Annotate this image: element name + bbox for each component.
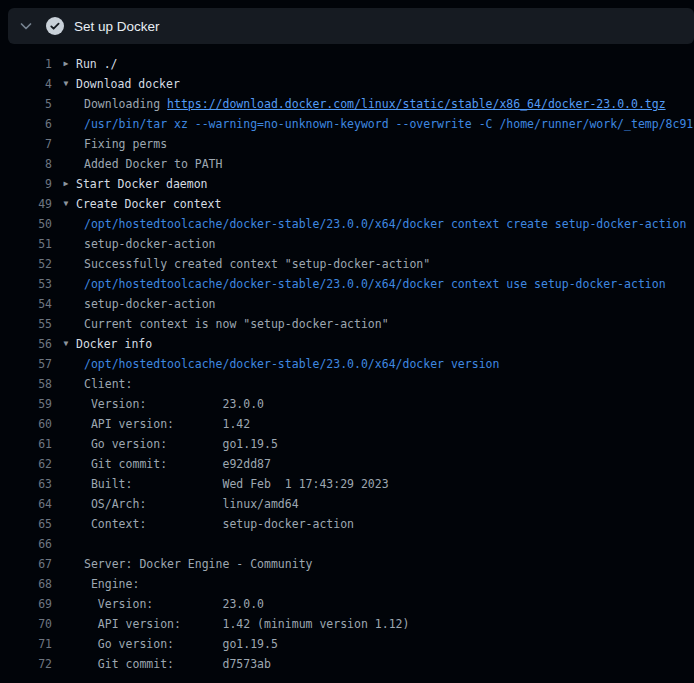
line-number[interactable]: 8: [0, 154, 52, 174]
chevron-down-icon[interactable]: [14, 14, 38, 38]
log-text: Server: Docker Engine - Community: [61, 554, 694, 574]
log-segment: Version: 23.0.0: [84, 394, 264, 414]
line-number[interactable]: 68: [0, 574, 52, 594]
log-line: 70 API version: 1.42 (minimum version 1.…: [0, 614, 694, 634]
log-line: 1▶Run ./: [0, 54, 694, 74]
line-number[interactable]: 72: [0, 654, 52, 674]
log-text: Git commit: d7573ab: [61, 654, 694, 674]
line-number[interactable]: 53: [0, 274, 52, 294]
log-command: /opt/hostedtoolcache/docker-stable/23.0.…: [84, 274, 666, 294]
log-segment: Engine:: [84, 574, 139, 594]
line-number[interactable]: 69: [0, 594, 52, 614]
log-line: 8Added Docker to PATH: [0, 154, 694, 174]
log-line: 63 Built: Wed Feb 1 17:43:29 2023: [0, 474, 694, 494]
log-command: /usr/bin/tar xz --warning=no-unknown-key…: [84, 114, 693, 134]
log-segment: Downloading: [84, 94, 167, 114]
group-header[interactable]: ▼Docker info: [61, 334, 694, 354]
log-text: /usr/bin/tar xz --warning=no-unknown-key…: [61, 114, 694, 134]
log-text: Current context is now "setup-docker-act…: [61, 314, 694, 334]
line-number[interactable]: 7: [0, 134, 52, 154]
line-number[interactable]: 55: [0, 314, 52, 334]
line-number[interactable]: 61: [0, 434, 52, 454]
step-title: Set up Docker: [74, 19, 160, 34]
log-link[interactable]: https://download.docker.com/linux/static…: [167, 94, 666, 114]
line-number[interactable]: 49: [0, 194, 52, 214]
collapse-triangle-icon[interactable]: ▼: [61, 74, 71, 94]
log-line: 72 Git commit: d7573ab: [0, 654, 694, 674]
log-line: 68 Engine:: [0, 574, 694, 594]
line-number[interactable]: 70: [0, 614, 52, 634]
expand-triangle-icon[interactable]: ▶: [61, 54, 71, 74]
log-segment: Version: 23.0.0: [84, 594, 264, 614]
log-segment: Go version: go1.19.5: [84, 634, 278, 654]
log-text: [61, 534, 694, 554]
log-line: 5Downloading https://download.docker.com…: [0, 94, 694, 114]
log-text: Successfully created context "setup-dock…: [61, 254, 694, 274]
log-segment: Built: Wed Feb 1 17:43:29 2023: [84, 474, 389, 494]
log-segment: Added Docker to PATH: [84, 154, 222, 174]
log-line: 51setup-docker-action: [0, 234, 694, 254]
log-line: 69 Version: 23.0.0: [0, 594, 694, 614]
line-number[interactable]: 52: [0, 254, 52, 274]
line-number[interactable]: 65: [0, 514, 52, 534]
log-text: Version: 23.0.0: [61, 394, 694, 414]
line-number[interactable]: 4: [0, 74, 52, 94]
line-number[interactable]: 9: [0, 174, 52, 194]
log-segment: API version: 1.42 (minimum version 1.12): [84, 614, 409, 634]
line-number[interactable]: 71: [0, 634, 52, 654]
log-line: 55Current context is now "setup-docker-a…: [0, 314, 694, 334]
line-number[interactable]: 57: [0, 354, 52, 374]
group-title: Download docker: [76, 74, 180, 94]
line-number[interactable]: 64: [0, 494, 52, 514]
step-header[interactable]: Set up Docker: [8, 8, 694, 44]
log-line: 4▼Download docker: [0, 74, 694, 94]
log-line: 58Client:: [0, 374, 694, 394]
collapse-triangle-icon[interactable]: ▼: [61, 334, 71, 354]
log-segment: Context: setup-docker-action: [84, 514, 354, 534]
line-number[interactable]: 54: [0, 294, 52, 314]
line-number[interactable]: 67: [0, 554, 52, 574]
log-text: Added Docker to PATH: [61, 154, 694, 174]
line-number[interactable]: 59: [0, 394, 52, 414]
log-lines: 1▶Run ./4▼Download docker5Downloading ht…: [0, 44, 694, 683]
line-number[interactable]: 56: [0, 334, 52, 354]
log-segment: Client:: [84, 374, 132, 394]
log-segment: Git commit: d7573ab: [84, 654, 271, 674]
line-number[interactable]: 58: [0, 374, 52, 394]
log-segment: Go version: go1.19.5: [84, 434, 278, 454]
line-number[interactable]: 62: [0, 454, 52, 474]
log-line: 54setup-docker-action: [0, 294, 694, 314]
line-number[interactable]: 5: [0, 94, 52, 114]
log-line: 60 API version: 1.42: [0, 414, 694, 434]
log-text: OS/Arch: linux/amd64: [61, 494, 694, 514]
log-text: Fixing perms: [61, 134, 694, 154]
log-text: Go version: go1.19.5: [61, 434, 694, 454]
group-header[interactable]: ▶Run ./: [61, 54, 694, 74]
expand-triangle-icon[interactable]: ▶: [61, 174, 71, 194]
line-number[interactable]: 6: [0, 114, 52, 134]
log-line: 71 Go version: go1.19.5: [0, 634, 694, 654]
collapse-triangle-icon[interactable]: ▼: [61, 194, 71, 214]
log-command: /opt/hostedtoolcache/docker-stable/23.0.…: [84, 354, 499, 374]
group-header[interactable]: ▶Start Docker daemon: [61, 174, 694, 194]
log-text: Engine:: [61, 574, 694, 594]
log-text: Git commit: e92dd87: [61, 454, 694, 474]
log-text: Context: setup-docker-action: [61, 514, 694, 534]
log-line: 49▼Create Docker context: [0, 194, 694, 214]
log-text: Version: 23.0.0: [61, 594, 694, 614]
group-title: Docker info: [76, 334, 152, 354]
line-number[interactable]: 1: [0, 54, 52, 74]
log-text: API version: 1.42 (minimum version 1.12): [61, 614, 694, 634]
log-text: setup-docker-action: [61, 294, 694, 314]
log-line: 65 Context: setup-docker-action: [0, 514, 694, 534]
check-circle-icon: [46, 17, 64, 35]
line-number[interactable]: 50: [0, 214, 52, 234]
group-header[interactable]: ▼Create Docker context: [61, 194, 694, 214]
log-text: /opt/hostedtoolcache/docker-stable/23.0.…: [61, 354, 694, 374]
line-number[interactable]: 51: [0, 234, 52, 254]
line-number[interactable]: 63: [0, 474, 52, 494]
line-number[interactable]: 66: [0, 534, 52, 554]
line-number[interactable]: 60: [0, 414, 52, 434]
group-header[interactable]: ▼Download docker: [61, 74, 694, 94]
log-text: Downloading https://download.docker.com/…: [61, 94, 694, 114]
